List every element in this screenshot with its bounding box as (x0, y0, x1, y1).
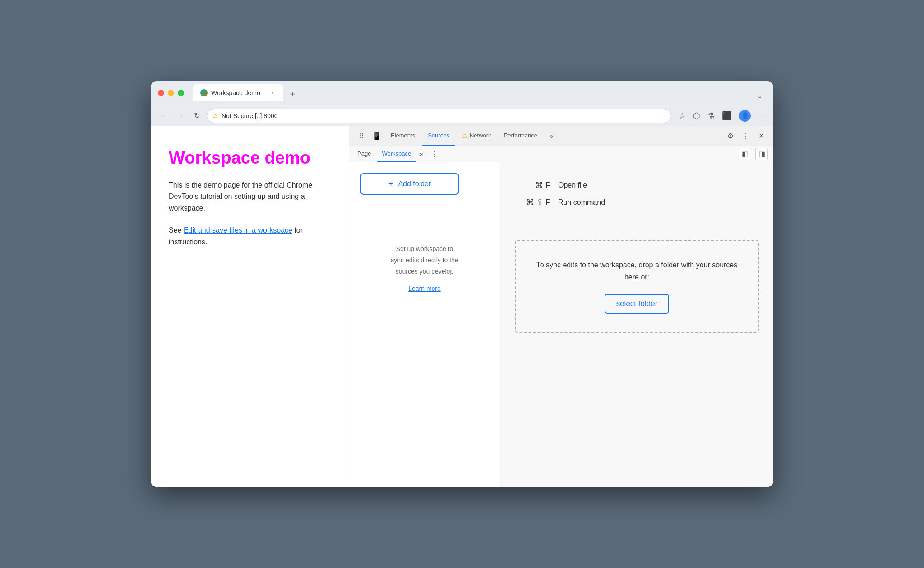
more-sources-icon: » (420, 151, 423, 157)
sources-menu-icon: ⋮ (431, 150, 439, 158)
more-sources-tabs-button[interactable]: » (417, 151, 426, 157)
tab-list-chevron-icon[interactable]: ⌄ (753, 91, 766, 101)
more-tabs-icon: » (550, 132, 554, 140)
tab-sources[interactable]: Sources (422, 126, 455, 146)
tab-network[interactable]: ⚠ Network (457, 126, 497, 146)
tab-close-button[interactable]: × (269, 89, 276, 96)
sources-main-area: ◧ ◨ ⌘ P Open file (500, 146, 773, 487)
sources-tab-page[interactable]: Page (353, 146, 375, 162)
chrome-menu-icon[interactable]: ⋮ (758, 111, 766, 121)
page-description: This is the demo page for the official C… (169, 179, 331, 214)
page-link-text: See Edit and save files in a workspace f… (169, 224, 331, 247)
run-command-shortcut-keys: ⌘ ⇧ P (515, 197, 551, 207)
sources-sidebar-content: + Add folder Set up workspace tosync edi… (349, 162, 500, 487)
workspace-info: Set up workspace tosync edits directly t… (391, 243, 458, 292)
security-warning-icon: ⚠ (213, 112, 218, 119)
drop-zone-text: To sync edits to the workspace, drop a f… (530, 259, 744, 283)
browser-tab[interactable]: Workspace demo × (193, 84, 283, 101)
add-folder-plus-icon: + (388, 179, 394, 189)
browser-window: Workspace demo × + ⌄ ← → ↻ ⚠ Not Secure … (151, 81, 773, 487)
sidebar-toggle-left-icon: ◧ (742, 150, 748, 158)
open-file-shortcut-desc: Open file (558, 181, 587, 189)
select-folder-button[interactable]: select folder (605, 294, 670, 314)
devtools-menu-icon: ⋮ (742, 132, 749, 140)
add-folder-button[interactable]: + Add folder (360, 173, 459, 195)
page-content: Workspace demo This is the demo page for… (151, 126, 349, 487)
sources-tab-label: Sources (428, 132, 449, 139)
extension-icon[interactable]: ⬡ (693, 111, 700, 121)
close-devtools-button[interactable]: ✕ (754, 129, 768, 143)
forward-icon: → (177, 112, 184, 120)
refresh-button[interactable]: ↻ (190, 110, 203, 122)
bookmark-icon[interactable]: ☆ (679, 111, 686, 121)
sources-tab-workspace[interactable]: Workspace (377, 146, 416, 162)
back-button[interactable]: ← (158, 110, 171, 122)
back-icon: ← (161, 112, 168, 120)
settings-button[interactable]: ⚙ (724, 129, 737, 143)
workspace-info-text: Set up workspace tosync edits directly t… (391, 243, 458, 278)
device-icon: 📱 (372, 132, 381, 140)
more-tabs-button[interactable]: » (545, 129, 558, 143)
learn-more-link[interactable]: Learn more (408, 285, 441, 292)
sources-panel: Page Workspace » ⋮ (349, 146, 773, 487)
tab-elements[interactable]: Elements (385, 126, 420, 146)
title-bar: Workspace demo × + ⌄ (151, 81, 773, 105)
page-link-prefix: See (169, 226, 184, 234)
new-tab-button[interactable]: + (285, 87, 300, 101)
sources-main-content: ⌘ P Open file ⌘ ⇧ P Run command To sync … (500, 162, 773, 487)
shortcut-row-run-command: ⌘ ⇧ P Run command (515, 197, 759, 207)
drop-zone: To sync edits to the workspace, drop a f… (515, 240, 759, 333)
main-content: Workspace demo This is the demo page for… (151, 126, 773, 487)
sources-tab-menu-button[interactable]: ⋮ (429, 150, 441, 158)
layout-icon[interactable]: ⬛ (722, 111, 732, 121)
avatar-icon: 👤 (741, 112, 749, 119)
inspector-toggle-button[interactable]: ⠿ (355, 129, 368, 143)
user-avatar[interactable]: 👤 (739, 110, 751, 122)
minimize-button[interactable] (168, 90, 174, 96)
sidebar-toggle-right-button[interactable]: ◨ (755, 148, 768, 160)
page-tab-label: Page (357, 150, 371, 157)
devtools-toolbar: ⠿ 📱 Elements Sources ⚠ Network (349, 126, 773, 146)
url-text: Not Secure [::]:8000 (222, 112, 278, 119)
sources-tabs: Page Workspace » ⋮ (349, 146, 500, 162)
sidebar-toggle-left-button[interactable]: ◧ (739, 148, 751, 160)
shortcut-rows-area: ⌘ P Open file ⌘ ⇧ P Run command (515, 180, 759, 215)
open-file-shortcut-keys: ⌘ P (515, 180, 551, 190)
sources-sidebar: Page Workspace » ⋮ (349, 146, 500, 487)
devtools-panel: ⠿ 📱 Elements Sources ⚠ Network (349, 126, 773, 487)
add-folder-label: Add folder (398, 180, 431, 188)
tab-performance[interactable]: Performance (499, 126, 543, 146)
navigation-bar: ← → ↻ ⚠ Not Secure [::]:8000 ☆ ⬡ ⚗ ⬛ 👤 ⋮ (151, 105, 773, 126)
page-title: Workspace demo (169, 148, 331, 169)
network-tab-warning: ⚠ Network (462, 132, 491, 139)
performance-tab-label: Performance (504, 132, 537, 139)
workspace-tab-label: Workspace (382, 150, 411, 157)
run-command-shortcut-desc: Run command (558, 198, 605, 206)
sources-main-toolbar: ◧ ◨ (500, 146, 773, 162)
tab-favicon (200, 89, 208, 96)
tab-title: Workspace demo (211, 89, 265, 96)
address-bar[interactable]: ⚠ Not Secure [::]:8000 (207, 109, 671, 123)
workspace-link[interactable]: Edit and save files in a workspace (184, 226, 292, 234)
device-toggle-button[interactable]: 📱 (370, 129, 383, 143)
devtools-menu-button[interactable]: ⋮ (739, 129, 753, 143)
refresh-icon: ↻ (194, 111, 200, 120)
devtools-toolbar-end: ⚙ ⋮ ✕ (724, 129, 768, 143)
inspector-icon: ⠿ (359, 132, 364, 140)
maximize-button[interactable] (178, 90, 184, 96)
network-tab-label: Network (470, 132, 491, 139)
settings-icon: ⚙ (727, 132, 734, 140)
nav-icons: ☆ ⬡ ⚗ ⬛ 👤 ⋮ (679, 110, 766, 122)
traffic-lights (158, 90, 184, 96)
close-devtools-icon: ✕ (758, 132, 764, 140)
lab-icon[interactable]: ⚗ (707, 111, 715, 121)
tab-bar: Workspace demo × + ⌄ (193, 84, 766, 101)
elements-tab-label: Elements (391, 132, 415, 139)
shortcut-row-open-file: ⌘ P Open file (515, 180, 759, 190)
warning-icon: ⚠ (462, 132, 468, 139)
forward-button[interactable]: → (174, 110, 187, 122)
tab-bar-end: ⌄ (753, 91, 766, 101)
sidebar-toggle-right-icon: ◨ (758, 150, 765, 158)
close-button[interactable] (158, 90, 164, 96)
